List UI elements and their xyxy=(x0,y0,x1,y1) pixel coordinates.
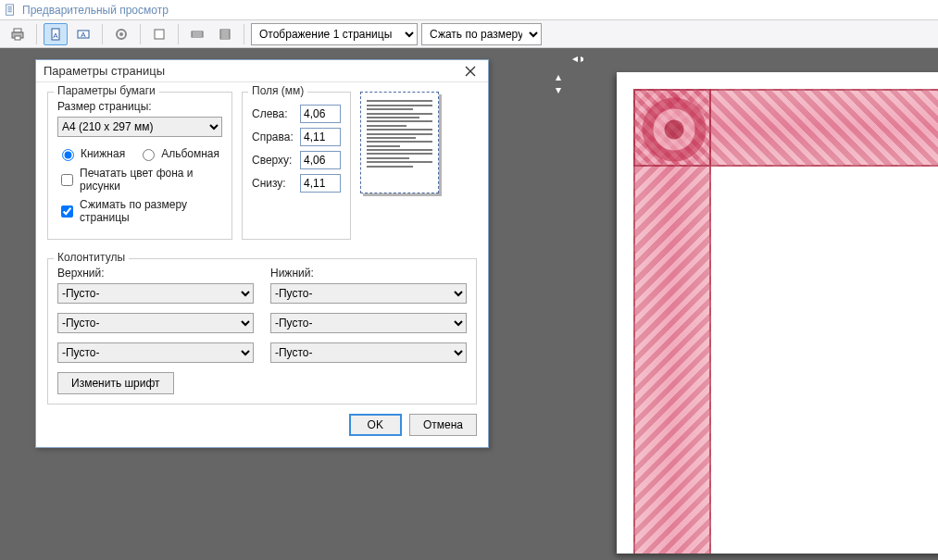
footer-select-1[interactable]: -Пусто- xyxy=(270,283,467,304)
svg-rect-1 xyxy=(14,29,21,32)
margins-legend: Поля (мм) xyxy=(248,84,307,97)
landscape-button[interactable]: A xyxy=(71,23,95,45)
landscape-radio[interactable]: Альбомная xyxy=(138,146,219,161)
portrait-radio[interactable]: Книжная xyxy=(57,146,125,161)
workspace: ◂ ▸ ▴▾ Параметры страницы Параметры бума… xyxy=(0,48,938,560)
margin-left-label: Слева: xyxy=(252,107,294,120)
svg-text:A: A xyxy=(53,31,58,40)
change-font-button[interactable]: Изменить шрифт xyxy=(57,372,174,394)
toolbar-separator xyxy=(36,24,37,44)
page-setup-button[interactable] xyxy=(109,23,133,45)
ornate-border-corner xyxy=(633,89,711,167)
print-background-checkbox[interactable]: Печатать цвет фона и рисунки xyxy=(57,167,222,193)
margin-top-input[interactable] xyxy=(300,151,341,169)
shrink-to-fit-checkbox[interactable]: Сжимать по размеру страницы xyxy=(57,198,222,224)
svg-rect-11 xyxy=(192,31,203,37)
pages-per-view-select[interactable]: Отображение 1 страницы xyxy=(251,23,418,45)
full-page-button[interactable] xyxy=(213,23,237,45)
footer-select-3[interactable]: -Пусто- xyxy=(270,342,467,363)
header-select-2[interactable]: -Пусто- xyxy=(57,313,254,333)
toolbar: A A Отображение 1 страницы Сжать по разм… xyxy=(0,20,938,48)
toolbar-separator xyxy=(140,24,141,44)
document-icon xyxy=(4,4,17,17)
margin-top-label: Сверху: xyxy=(252,154,294,167)
margins-fieldset: Поля (мм) Слева: Справа: Сверху: Снизу: xyxy=(242,92,351,240)
page-size-select[interactable]: A4 (210 x 297 мм) xyxy=(57,117,222,137)
margin-bottom-label: Снизу: xyxy=(252,177,294,190)
window-title: Предварительный просмотр xyxy=(22,4,169,17)
footer-select-2[interactable]: -Пусто- xyxy=(270,313,467,333)
margin-right-input[interactable] xyxy=(300,128,341,146)
mini-preview-page xyxy=(360,92,439,193)
dialog-titlebar: Параметры страницы xyxy=(36,60,488,82)
dialog-title: Параметры страницы xyxy=(44,64,165,78)
header-label: Верхний: xyxy=(57,267,254,280)
cancel-button[interactable]: Отмена xyxy=(409,414,477,436)
window-titlebar: Предварительный просмотр xyxy=(0,0,938,20)
toolbar-separator xyxy=(102,24,103,44)
header-select-1[interactable]: -Пусто- xyxy=(57,283,254,304)
mini-preview xyxy=(360,92,457,249)
margin-left-input[interactable] xyxy=(300,105,341,123)
close-button[interactable] xyxy=(458,62,482,81)
split-vertical-handle[interactable]: ▴▾ xyxy=(556,70,569,91)
toolbar-separator xyxy=(178,24,179,44)
headers-off-button[interactable] xyxy=(147,23,171,45)
hf-legend: Колонтитулы xyxy=(54,251,129,264)
svg-point-9 xyxy=(119,32,123,36)
print-button[interactable] xyxy=(6,23,30,45)
footer-label: Нижний: xyxy=(270,267,467,280)
toolbar-separator xyxy=(244,24,244,44)
svg-rect-10 xyxy=(155,30,164,39)
print-preview-pane xyxy=(583,48,938,560)
paper-legend: Параметры бумаги xyxy=(54,84,159,97)
svg-rect-3 xyxy=(15,36,20,40)
svg-text:A: A xyxy=(81,31,86,39)
paper-fieldset: Параметры бумаги Размер страницы: A4 (21… xyxy=(47,92,232,240)
margin-right-label: Справа: xyxy=(252,131,294,143)
preview-page xyxy=(617,72,938,554)
portrait-button[interactable]: A xyxy=(44,23,68,45)
full-width-button[interactable] xyxy=(185,23,209,45)
header-select-3[interactable]: -Пусто- xyxy=(57,342,254,363)
ok-button[interactable]: OK xyxy=(349,414,402,436)
headers-footers-fieldset: Колонтитулы Верхний: -Пусто- -Пусто- -Пу… xyxy=(47,258,477,404)
close-icon xyxy=(465,66,476,77)
page-size-label: Размер страницы: xyxy=(57,100,222,113)
zoom-select[interactable]: Сжать по размеру xyxy=(421,23,542,45)
page-setup-dialog: Параметры страницы Параметры бумаги Разм… xyxy=(35,59,489,448)
margin-bottom-input[interactable] xyxy=(300,174,341,193)
